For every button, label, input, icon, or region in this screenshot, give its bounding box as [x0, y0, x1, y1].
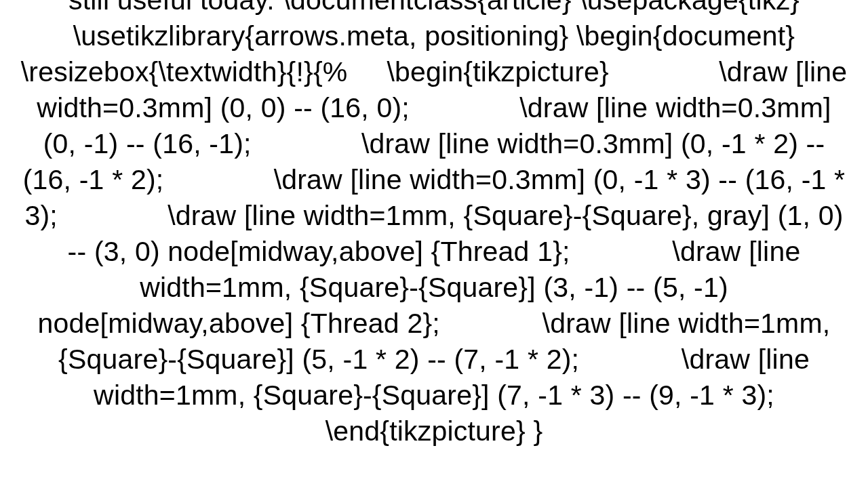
latex-code-text: still useful today. \documentclass{artic…: [20, 0, 848, 449]
document-page: still useful today. \documentclass{artic…: [0, 0, 868, 488]
